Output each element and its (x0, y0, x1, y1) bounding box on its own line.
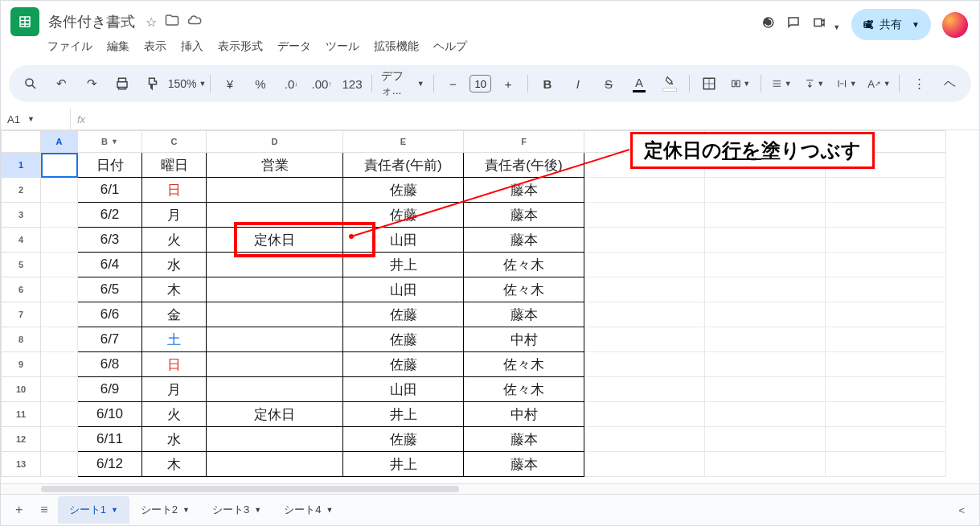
row-header-2[interactable]: 2 (2, 178, 41, 203)
currency-icon[interactable]: ¥ (216, 72, 244, 96)
row-header-9[interactable]: 9 (2, 352, 41, 377)
cell-2[interactable] (826, 178, 946, 203)
cell-B7[interactable]: 6/6 (78, 302, 142, 327)
sheet-tab-シート1[interactable]: シート1▼ (58, 496, 129, 524)
cell-D1[interactable]: 営業 (207, 153, 343, 178)
cell-A4[interactable] (41, 228, 78, 253)
cell-B6[interactable]: 6/5 (78, 277, 142, 302)
increase-font-icon[interactable]: + (494, 72, 522, 96)
cell-B2[interactable]: 6/1 (78, 178, 142, 203)
column-header-C[interactable]: C (142, 131, 207, 153)
cell-A7[interactable] (41, 302, 78, 327)
name-box[interactable]: A1 ▼ (1, 112, 70, 127)
cell-9[interactable] (584, 352, 705, 377)
cell-F5[interactable]: 佐々木 (464, 253, 584, 277)
menu-挿入[interactable]: 挿入 (176, 36, 208, 57)
cell-10[interactable] (826, 377, 946, 402)
select-all-corner[interactable] (2, 131, 41, 153)
cell-A6[interactable] (41, 277, 78, 302)
percent-icon[interactable]: % (247, 72, 274, 96)
menu-拡張機能[interactable]: 拡張機能 (369, 36, 424, 57)
cell-B12[interactable]: 6/11 (78, 427, 142, 452)
cell-F1[interactable]: 責任者(午後) (464, 153, 584, 178)
share-dropdown-icon[interactable]: ▼ (907, 15, 925, 34)
increase-decimal-icon[interactable]: .00↑ (308, 72, 335, 96)
cell-7[interactable] (584, 302, 705, 327)
font-family-select[interactable]: デフォ...▼ (378, 69, 428, 98)
cell-11[interactable] (705, 402, 826, 427)
cell-C7[interactable]: 金 (142, 302, 207, 327)
cell-F2[interactable]: 藤本 (464, 178, 584, 203)
cell-6[interactable] (584, 277, 705, 302)
menu-ヘルプ[interactable]: ヘルプ (428, 36, 472, 57)
all-sheets-button[interactable]: ≡ (32, 498, 55, 522)
cell-E6[interactable]: 山田 (343, 277, 464, 302)
cell-F11[interactable]: 中村 (464, 402, 584, 427)
sheet-tab-dropdown-icon[interactable]: ▼ (182, 506, 190, 514)
cell-D2[interactable] (207, 178, 343, 203)
cell-8[interactable] (705, 327, 826, 352)
cell-6[interactable] (705, 277, 826, 302)
vertical-align-icon[interactable]: ▼ (800, 72, 830, 96)
comment-icon[interactable] (786, 15, 801, 34)
cell-9[interactable] (705, 352, 826, 377)
row-header-8[interactable]: 8 (2, 327, 41, 352)
star-icon[interactable]: ☆ (146, 14, 157, 30)
cell-C10[interactable]: 月 (142, 377, 207, 402)
cell-D10[interactable] (207, 377, 343, 402)
cell-D7[interactable] (207, 302, 343, 327)
cell-C12[interactable]: 水 (142, 427, 207, 452)
cell-F6[interactable]: 佐々木 (464, 277, 584, 302)
cell-C6[interactable]: 木 (142, 277, 207, 302)
cell-F3[interactable]: 藤本 (464, 203, 584, 228)
print-icon[interactable] (109, 72, 136, 96)
zoom-select[interactable]: 150%▼ (170, 77, 204, 90)
undo-icon[interactable]: ↶ (47, 72, 75, 96)
cell-C3[interactable]: 月 (142, 203, 207, 228)
fill-color-icon[interactable] (656, 71, 683, 97)
cell-6[interactable] (826, 277, 946, 302)
row-header-5[interactable]: 5 (2, 253, 41, 277)
cell-2[interactable] (705, 178, 826, 203)
cell-B3[interactable]: 6/2 (78, 203, 142, 228)
column-dropdown-icon[interactable]: ▼ (111, 138, 118, 146)
cell-D11[interactable]: 定休日 (207, 402, 343, 427)
column-header-D[interactable]: D (207, 131, 343, 153)
cell-D13[interactable] (207, 452, 343, 477)
cell-A10[interactable] (41, 377, 78, 402)
cell-12[interactable] (584, 427, 705, 452)
cell-3[interactable] (584, 203, 705, 228)
sheet-tab-dropdown-icon[interactable]: ▼ (254, 506, 261, 514)
cell-E2[interactable]: 佐藤 (343, 178, 464, 203)
cell-5[interactable] (826, 253, 946, 277)
cell-C5[interactable]: 水 (142, 253, 207, 277)
sheets-logo[interactable] (10, 7, 39, 36)
cell-4[interactable] (584, 228, 705, 253)
cell-E1[interactable]: 責任者(午前) (343, 153, 464, 178)
cell-D9[interactable] (207, 352, 343, 377)
cell-3[interactable] (705, 203, 826, 228)
cell-E5[interactable]: 井上 (343, 253, 464, 277)
cell-E7[interactable]: 佐藤 (343, 302, 464, 327)
cell-10[interactable] (584, 377, 705, 402)
cell-12[interactable] (705, 427, 826, 452)
cell-C2[interactable]: 日 (142, 178, 207, 203)
decrease-font-icon[interactable]: − (439, 72, 466, 96)
strikethrough-icon[interactable]: S (595, 72, 622, 96)
text-rotation-icon[interactable]: A↗▼ (865, 73, 893, 95)
account-avatar[interactable] (942, 12, 968, 38)
collapse-toolbar-icon[interactable]: ヘ (936, 72, 963, 97)
row-header-4[interactable]: 4 (2, 228, 41, 253)
cell-A5[interactable] (41, 253, 78, 277)
cell-A11[interactable] (41, 402, 78, 427)
cell-4[interactable] (826, 228, 946, 253)
paint-format-icon[interactable] (139, 72, 166, 96)
cell-C13[interactable]: 木 (142, 452, 207, 477)
cell-5[interactable] (584, 253, 705, 277)
text-wrap-icon[interactable]: ▼ (832, 72, 862, 96)
move-icon[interactable] (165, 13, 179, 31)
column-header-F[interactable]: F (464, 131, 584, 153)
cell-C11[interactable]: 火 (142, 402, 207, 427)
cell-B8[interactable]: 6/7 (78, 327, 142, 352)
cell-13[interactable] (826, 452, 946, 477)
